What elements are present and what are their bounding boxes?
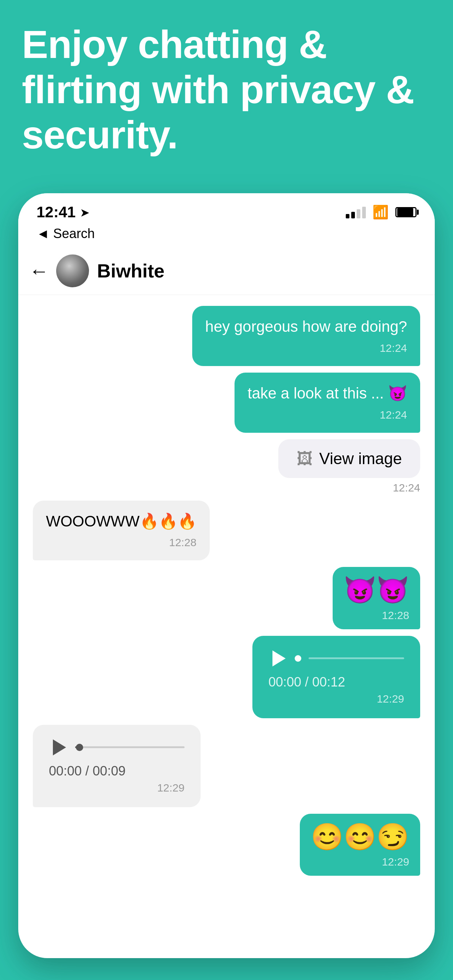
message-time: 12:29 <box>311 855 409 869</box>
message-text: take a look at this ... 😈 <box>248 385 407 402</box>
play-button[interactable] <box>268 649 287 668</box>
voice-controls <box>49 738 185 757</box>
back-button[interactable]: ← <box>29 261 49 281</box>
location-icon: ➤ <box>80 205 90 220</box>
view-image-label: View image <box>319 450 402 468</box>
status-bar: 12:41 ➤ 📶 <box>18 193 435 224</box>
progress-dot <box>76 744 83 751</box>
voice-progress <box>309 657 404 659</box>
message-time: 12:28 <box>46 535 196 550</box>
status-time: 12:41 <box>37 204 75 221</box>
play-icon <box>273 651 286 667</box>
message-sent-8: 😊😊😏 12:29 <box>300 814 420 876</box>
bubble: 😊😊😏 12:29 <box>300 814 420 876</box>
play-icon <box>53 740 66 756</box>
message-time: 12:29 <box>268 693 404 705</box>
bubble: WOOOWWW🔥🔥🔥 12:28 <box>33 501 210 561</box>
battery-icon <box>396 207 416 217</box>
message-image-3[interactable]: 🖼 View image 12:24 <box>278 439 420 494</box>
wifi-icon: 📶 <box>372 205 389 220</box>
signal-icon <box>346 206 366 218</box>
contact-name: Biwhite <box>97 260 164 282</box>
message-time: 12:24 <box>205 340 407 356</box>
view-image-button[interactable]: 🖼 View image <box>278 439 420 478</box>
message-time: 12:29 <box>49 782 185 794</box>
play-button[interactable] <box>49 738 68 757</box>
messages-area: hey gorgeous how are doing? 12:24 take a… <box>18 295 435 887</box>
message-text: WOOOWWW🔥🔥🔥 <box>46 512 196 530</box>
chat-header: ← Biwhite <box>18 247 435 295</box>
search-row: ◄ Search <box>18 224 435 247</box>
message-text: 😊😊😏 <box>311 822 409 851</box>
voice-dot <box>295 655 301 662</box>
voice-duration: 00:00 / 00:12 <box>268 675 404 690</box>
message-sent-2: take a look at this ... 😈 12:24 <box>234 372 420 433</box>
message-voice-received-7: 00:00 / 00:09 12:29 <box>33 725 201 807</box>
image-icon: 🖼 <box>297 450 313 468</box>
message-sent-5: 😈😈 12:28 <box>333 567 420 629</box>
bubble: 😈😈 12:28 <box>333 567 420 629</box>
bubble: 00:00 / 00:12 12:29 <box>252 636 420 718</box>
status-icons: 📶 <box>346 205 416 220</box>
bubble: hey gorgeous how are doing? 12:24 <box>192 306 420 366</box>
bubble: take a look at this ... 😈 12:24 <box>234 372 420 433</box>
message-time: 12:24 <box>248 407 407 423</box>
hero-title: Enjoy chatting & flirting with privacy &… <box>22 22 431 158</box>
message-text: hey gorgeous how are doing? <box>205 318 407 335</box>
voice-progress <box>75 746 185 748</box>
phone-mockup: 12:41 ➤ 📶 ◄ Search ← Biwhite <box>18 193 435 958</box>
message-sent-1: hey gorgeous how are doing? 12:24 <box>192 306 420 366</box>
search-back-label[interactable]: ◄ Search <box>37 226 95 241</box>
bubble: 00:00 / 00:09 12:29 <box>33 725 201 807</box>
avatar[interactable] <box>56 255 89 287</box>
voice-controls <box>268 649 404 668</box>
message-voice-sent-6: 00:00 / 00:12 12:29 <box>252 636 420 718</box>
message-time: 12:28 <box>344 609 409 622</box>
message-received-4: WOOOWWW🔥🔥🔥 12:28 <box>33 501 210 561</box>
voice-duration: 00:00 / 00:09 <box>49 764 185 779</box>
message-time: 12:24 <box>278 482 420 494</box>
message-text: 😈😈 <box>344 575 409 605</box>
